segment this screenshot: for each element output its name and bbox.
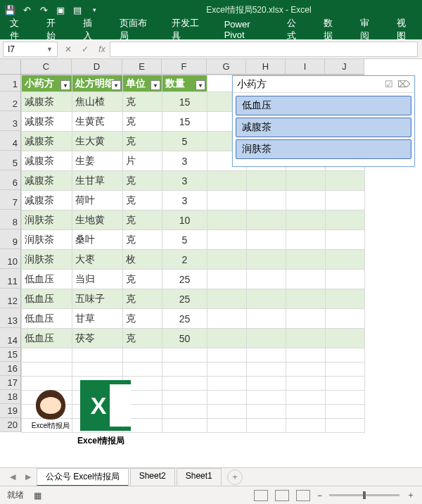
row-header[interactable]: 9 [0, 229, 21, 249]
cell[interactable] [286, 191, 326, 210]
cell[interactable] [326, 405, 365, 419]
table-cell[interactable]: 生甘草 [72, 171, 123, 191]
column-header[interactable]: I [286, 59, 325, 75]
table-cell[interactable]: 生姜 [72, 151, 123, 171]
page-layout-view-icon[interactable] [275, 490, 289, 501]
table-cell[interactable]: 减腹茶 [22, 191, 72, 210]
row-header[interactable]: 13 [0, 308, 21, 328]
table-cell[interactable]: 克 [123, 112, 162, 132]
table-cell[interactable]: 减腹茶 [22, 132, 72, 151]
cell[interactable] [207, 391, 247, 405]
table-cell[interactable]: 生大黄 [72, 132, 123, 151]
table-cell[interactable]: 润肤茶 [22, 250, 72, 270]
table-cell[interactable]: 桑叶 [72, 230, 123, 250]
cell[interactable] [326, 230, 365, 250]
table-cell[interactable]: 5 [162, 230, 207, 250]
table-cell[interactable]: 10 [162, 210, 207, 230]
row-header[interactable]: 17 [0, 376, 21, 390]
table-cell[interactable]: 减腹茶 [22, 171, 72, 191]
cell[interactable] [326, 377, 365, 391]
filter-dropdown-icon[interactable]: ▾ [196, 80, 205, 90]
row-header[interactable]: 20 [0, 418, 21, 432]
row-header[interactable]: 8 [0, 210, 21, 229]
sheet-tab[interactable]: Sheet2 [130, 468, 175, 486]
cell[interactable] [326, 419, 365, 433]
cell[interactable] [247, 171, 286, 191]
table-header-cell[interactable]: 数量▾ [162, 75, 207, 92]
cell[interactable] [286, 348, 326, 363]
cell[interactable] [286, 329, 326, 348]
cell[interactable] [286, 289, 326, 309]
table-header-cell[interactable]: 小药方▾ [22, 75, 72, 92]
row-header[interactable]: 5 [0, 151, 21, 170]
row-header[interactable]: 18 [0, 390, 21, 404]
table-cell[interactable]: 3 [162, 171, 207, 191]
macro-icon[interactable]: ▦ [34, 491, 41, 500]
table-cell[interactable]: 克 [123, 92, 162, 112]
cell[interactable] [207, 329, 247, 348]
table-cell[interactable]: 25 [162, 309, 207, 329]
cell[interactable] [326, 191, 365, 210]
cell[interactable] [247, 309, 286, 329]
slicer-item[interactable]: 低血压 [236, 96, 411, 115]
cell[interactable] [207, 191, 247, 210]
cell[interactable] [326, 329, 365, 348]
table-cell[interactable]: 克 [123, 210, 162, 230]
cell[interactable] [162, 419, 207, 433]
slicer-item[interactable]: 润肤茶 [236, 139, 411, 159]
table-cell[interactable]: 焦山楂 [72, 92, 123, 112]
sheet-tab[interactable]: Sheet1 [177, 468, 222, 486]
slicer-item[interactable]: 减腹茶 [236, 118, 411, 137]
table-cell[interactable]: 25 [162, 289, 207, 309]
fx-icon[interactable]: fx [96, 44, 108, 54]
table-cell[interactable]: 3 [162, 151, 207, 171]
row-header[interactable]: 6 [0, 170, 21, 190]
table-cell[interactable]: 润肤茶 [22, 230, 72, 250]
column-header[interactable]: C [21, 59, 72, 75]
cell[interactable] [286, 391, 326, 405]
chevron-down-icon[interactable]: ▼ [46, 46, 53, 53]
page-break-view-icon[interactable] [296, 490, 310, 501]
row-header[interactable]: 15 [0, 348, 21, 362]
table-cell[interactable]: 荷叶 [72, 191, 123, 210]
cell[interactable] [286, 210, 326, 230]
cell[interactable] [207, 363, 247, 377]
cell[interactable] [72, 348, 123, 363]
table-cell[interactable]: 克 [123, 230, 162, 250]
column-header[interactable]: H [246, 59, 286, 75]
ribbon-tab[interactable]: 数据 [319, 14, 343, 45]
cell[interactable] [286, 230, 326, 250]
cell[interactable] [247, 250, 286, 270]
table-cell[interactable]: 大枣 [72, 250, 123, 270]
cell[interactable] [326, 348, 365, 363]
row-header[interactable]: 12 [0, 289, 21, 308]
table-cell[interactable]: 生黄芪 [72, 112, 123, 132]
table-cell[interactable]: 甘草 [72, 309, 123, 329]
cell[interactable] [207, 348, 247, 363]
cell[interactable] [326, 250, 365, 270]
ribbon-tab[interactable]: 插入 [79, 14, 103, 45]
new-sheet-button[interactable]: ＋ [227, 470, 243, 485]
cell[interactable] [247, 230, 286, 250]
ribbon-tab[interactable]: Power Pivot [220, 16, 270, 43]
name-box[interactable]: I7 ▼ [3, 42, 58, 57]
filter-dropdown-icon[interactable]: ▾ [60, 80, 70, 90]
avatar-image[interactable]: Excel情报局 [25, 370, 76, 431]
cell[interactable] [207, 270, 247, 289]
table-cell[interactable]: 克 [123, 270, 162, 289]
ribbon-tab[interactable]: 开发工具 [167, 14, 207, 45]
table-cell[interactable]: 低血压 [22, 289, 72, 309]
select-all-corner[interactable] [0, 59, 21, 75]
cell[interactable] [326, 289, 365, 309]
cell[interactable] [247, 348, 286, 363]
table-cell[interactable]: 当归 [72, 270, 123, 289]
formula-input[interactable] [110, 42, 418, 57]
row-header[interactable]: 7 [0, 190, 21, 210]
ribbon-tab[interactable]: 视图 [392, 14, 416, 45]
table-header-cell[interactable]: 单位▾ [123, 75, 162, 92]
table-cell[interactable]: 克 [123, 132, 162, 151]
cell[interactable] [123, 348, 162, 363]
cell[interactable] [326, 391, 365, 405]
cell[interactable] [326, 270, 365, 289]
ribbon-tab[interactable]: 页面布局 [115, 14, 155, 45]
